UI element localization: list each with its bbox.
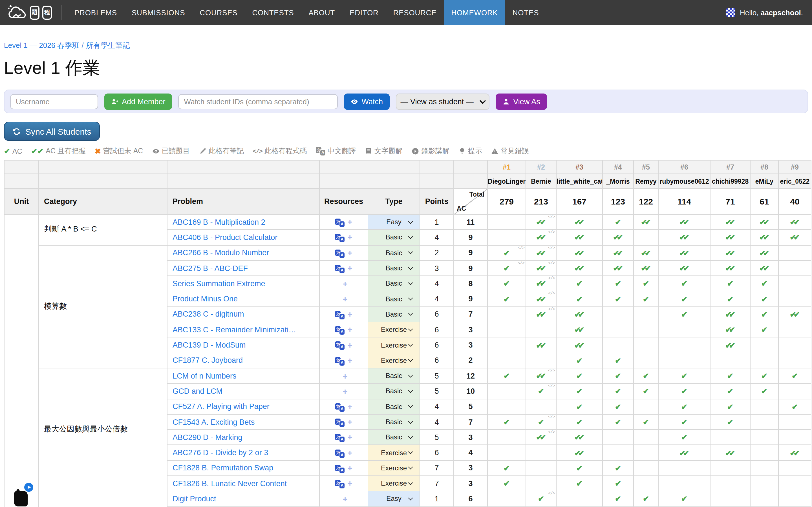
problem-link[interactable]: ABC290 D - Marking (172, 433, 243, 442)
type-select[interactable]: Exercise (368, 461, 419, 476)
type-select[interactable]: Exercise (368, 338, 419, 353)
problem-link[interactable]: CF1826 B. Lunatic Never Content (172, 479, 287, 488)
problem-link[interactable]: LCM of n Numbers (172, 372, 237, 380)
type-select[interactable]: Basic (368, 291, 419, 306)
type-select[interactable]: Exercise (368, 353, 419, 368)
add-resource-button[interactable]: + (347, 463, 352, 473)
breadcrumb-course-link[interactable]: Level 1 — 2026 春季班 (4, 41, 79, 50)
type-select[interactable]: Basic (368, 276, 419, 291)
problem-link[interactable]: Product Minus One (172, 295, 238, 303)
type-select[interactable]: Basic (368, 245, 419, 260)
translate-icon[interactable]: 文A (335, 357, 345, 365)
problem-cell: ABC238 C - digitnum (167, 307, 319, 322)
add-resource-button[interactable]: + (343, 294, 348, 304)
problem-link[interactable]: Series Summation Extreme (172, 279, 265, 288)
add-resource-button[interactable]: + (347, 217, 352, 226)
add-resource-button[interactable]: + (343, 386, 348, 396)
nav-item-about[interactable]: ABOUT (301, 0, 342, 25)
video-widget[interactable] (14, 483, 35, 506)
nav-item-homework[interactable]: HOMEWORK (444, 0, 505, 25)
view-as-student-select[interactable]: — View as student — (396, 93, 490, 110)
add-resource-button[interactable]: + (343, 279, 348, 288)
add-resource-button[interactable]: + (347, 432, 352, 442)
watch-ids-input[interactable] (179, 94, 338, 109)
problem-link[interactable]: CF1828 B. Permutation Swap (172, 464, 273, 472)
resources-cell: 文A+ (319, 214, 368, 230)
add-member-button[interactable]: Add Member (104, 93, 172, 110)
type-select[interactable]: Basic (368, 230, 419, 245)
problem-link[interactable]: ABC238 C - digitnum (172, 310, 244, 319)
type-select[interactable]: Exercise (368, 322, 419, 337)
translate-icon[interactable]: 文A (335, 449, 345, 458)
breadcrumb-page-link[interactable]: 所有學生筆記 (86, 41, 130, 50)
translate-icon[interactable]: 文A (335, 403, 345, 411)
site-logo[interactable]: 題 程 (0, 0, 56, 25)
add-resource-button[interactable]: + (343, 371, 348, 381)
problem-link[interactable]: ABC406 B - Product Calculator (172, 233, 277, 242)
problem-link[interactable]: GCD and LCM (172, 387, 222, 395)
ac-check-icon: ✔ (576, 464, 583, 473)
problem-link[interactable]: CF527 A. Playing with Paper (172, 402, 269, 411)
problem-link[interactable]: ABC266 B - Modulo Number (172, 248, 269, 257)
type-select[interactable]: Basic (368, 414, 419, 430)
problem-link[interactable]: ABC139 D - ModSum (172, 341, 246, 349)
translate-icon[interactable]: 文A (335, 249, 345, 258)
problem-link[interactable]: ABC133 C - Remainder Minimizati… (172, 325, 296, 334)
problem-link[interactable]: CF1877 C. Joyboard (172, 356, 243, 365)
add-resource-button[interactable]: + (347, 355, 352, 365)
type-select[interactable]: Basic (368, 430, 419, 445)
ac-check-icon: ✔ (576, 356, 583, 365)
type-select[interactable]: Exercise (368, 476, 419, 491)
problem-link[interactable]: ABC275 B - ABC-DEF (172, 264, 248, 272)
nav-item-problems[interactable]: PROBLEMS (67, 0, 124, 25)
status-cell: ✔✔ (710, 307, 750, 322)
nav-menu: PROBLEMSSUBMISSIONSCOURSESCONTESTSABOUTE… (67, 0, 546, 25)
type-select[interactable]: Easy (368, 215, 419, 230)
add-resource-button[interactable]: + (347, 401, 352, 411)
play-icon[interactable] (24, 483, 33, 492)
view-as-button[interactable]: View As (496, 93, 547, 110)
translate-icon[interactable]: 文A (335, 219, 345, 227)
nav-item-editor[interactable]: EDITOR (342, 0, 386, 25)
problem-link[interactable]: ABC276 D - Divide by 2 or 3 (172, 448, 268, 457)
translate-icon[interactable]: 文A (335, 265, 345, 273)
total-ac-cell: 4 (454, 445, 488, 460)
problem-link[interactable]: CF1543 A. Exciting Bets (172, 418, 255, 426)
add-resource-button[interactable]: + (347, 340, 352, 349)
add-resource-button[interactable]: + (347, 263, 352, 273)
translate-icon[interactable]: 文A (335, 465, 345, 473)
add-resource-button[interactable]: + (347, 417, 352, 427)
translate-icon[interactable]: 文A (335, 418, 345, 427)
translate-icon[interactable]: 文A (335, 326, 345, 335)
type-select[interactable]: Basic (368, 261, 419, 276)
watch-button[interactable]: Watch (344, 93, 390, 110)
add-resource-button[interactable]: + (343, 494, 348, 504)
translate-icon[interactable]: 文A (335, 342, 345, 350)
points-cell: 3 (420, 261, 454, 276)
add-resource-button[interactable]: + (347, 248, 352, 258)
add-resource-button[interactable]: + (347, 448, 352, 457)
type-select[interactable]: Basic (368, 384, 419, 399)
nav-item-contests[interactable]: CONTESTS (245, 0, 301, 25)
nav-item-notes[interactable]: NOTES (505, 0, 546, 25)
nav-item-submissions[interactable]: SUBMISSIONS (124, 0, 192, 25)
problem-link[interactable]: ABC169 B - Multiplication 2 (172, 218, 265, 226)
type-select[interactable]: Exercise (368, 445, 419, 460)
add-resource-button[interactable]: + (347, 232, 352, 242)
translate-icon[interactable]: 文A (335, 480, 345, 489)
nav-item-resource[interactable]: RESOURCE (386, 0, 444, 25)
sync-all-students-button[interactable]: Sync All Students (4, 122, 100, 141)
translate-icon[interactable]: 文A (335, 234, 345, 242)
type-select[interactable]: Basic (368, 399, 419, 414)
translate-icon[interactable]: 文A (335, 434, 345, 443)
problem-link[interactable]: Digit Product (172, 495, 216, 503)
nav-item-courses[interactable]: COURSES (192, 0, 245, 25)
translate-icon[interactable]: 文A (335, 311, 345, 320)
type-select[interactable]: Basic (368, 369, 419, 383)
add-resource-button[interactable]: + (347, 478, 352, 488)
username-input[interactable] (10, 94, 98, 109)
type-select[interactable]: Basic (368, 307, 419, 322)
add-resource-button[interactable]: + (347, 325, 352, 334)
type-select[interactable]: Easy (368, 492, 419, 506)
add-resource-button[interactable]: + (347, 309, 352, 319)
